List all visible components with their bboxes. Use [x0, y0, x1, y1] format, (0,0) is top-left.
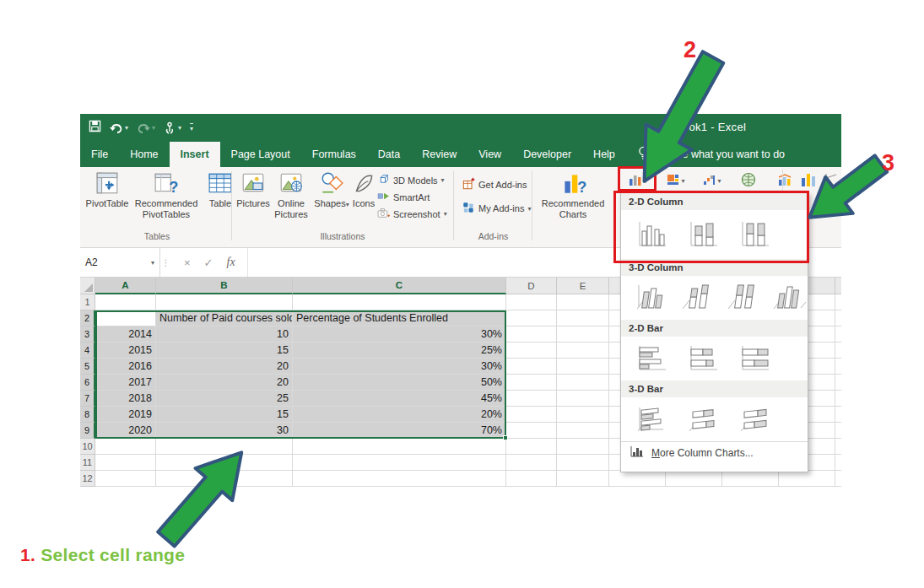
tab-data[interactable]: Data	[367, 142, 411, 167]
cell[interactable]	[506, 439, 557, 455]
cell-c7[interactable]: 45%	[293, 391, 506, 407]
cell-c5[interactable]: 30%	[293, 359, 506, 375]
3d-clustered-column-icon[interactable]	[633, 281, 670, 315]
icons-button[interactable]: Icons	[349, 170, 379, 209]
cell-c6[interactable]: 50%	[293, 375, 506, 391]
tab-view[interactable]: View	[467, 142, 512, 167]
name-box-dropdown-icon[interactable]: ▾	[151, 259, 154, 267]
recommended-pivottables-button[interactable]: ? Recommended PivotTables	[127, 170, 205, 219]
more-column-charts-item[interactable]: More Column Charts...	[621, 441, 808, 463]
active-cell-a2[interactable]	[95, 310, 156, 326]
table-button[interactable]: Table	[203, 170, 237, 209]
3d-stacked-bar-icon[interactable]	[684, 402, 721, 436]
cell-a7[interactable]: 2018	[95, 391, 156, 407]
cell-b7[interactable]: 25	[156, 391, 293, 407]
cell-b2[interactable]: Number of Paid courses sold	[156, 310, 293, 326]
cell[interactable]	[557, 375, 609, 391]
cell-a9[interactable]: 2020	[95, 423, 156, 439]
screenshot-button[interactable]: Screenshot▾	[377, 207, 447, 221]
cell[interactable]	[557, 326, 609, 343]
cell[interactable]	[293, 294, 506, 310]
row-header-3[interactable]: 3	[80, 326, 95, 343]
100-percent-stacked-column-icon[interactable]	[736, 218, 773, 251]
3d-100-percent-stacked-bar-icon[interactable]	[736, 402, 773, 436]
cell-a3[interactable]: 2014	[95, 326, 156, 343]
insert-waterfall-chart-button[interactable]: ▾	[695, 170, 729, 192]
3d-models-button[interactable]: 3D Models▾	[377, 173, 445, 187]
tab-page-layout[interactable]: Page Layout	[220, 142, 301, 167]
row-header-12[interactable]: 12	[80, 471, 95, 487]
cell[interactable]	[557, 471, 609, 487]
tab-help[interactable]: Help	[582, 142, 626, 167]
smartart-button[interactable]: SmartArt	[377, 190, 430, 204]
my-addins-button[interactable]: My Add-ins▾	[462, 201, 531, 216]
customize-quick-access-icon[interactable]: ▾	[190, 123, 193, 132]
tab-developer[interactable]: Developer	[512, 142, 582, 167]
cell[interactable]	[557, 391, 609, 407]
cell[interactable]	[506, 407, 557, 423]
cell-c9[interactable]: 70%	[293, 423, 506, 439]
cell-b9[interactable]: 30	[156, 423, 293, 439]
3d-100-percent-stacked-column-icon[interactable]	[724, 281, 761, 315]
save-icon[interactable]	[89, 120, 101, 136]
cell[interactable]	[506, 294, 557, 310]
pivottable-button[interactable]: PivotTable	[85, 170, 129, 209]
row-header-6[interactable]: 6	[80, 375, 95, 391]
cells-hidden[interactable]	[609, 471, 841, 487]
cell[interactable]	[293, 455, 506, 471]
cell[interactable]	[156, 471, 293, 487]
row-header-9[interactable]: 9	[80, 423, 95, 439]
cell[interactable]	[557, 294, 609, 310]
cell[interactable]	[557, 455, 609, 471]
cell-c4[interactable]: 25%	[293, 343, 506, 359]
cell[interactable]	[506, 343, 557, 359]
cell[interactable]	[95, 471, 156, 487]
cell[interactable]	[506, 310, 557, 326]
pictures-button[interactable]: Pictures	[235, 170, 271, 209]
cell[interactable]	[506, 471, 557, 487]
clustered-bar-icon[interactable]	[633, 342, 670, 375]
tab-formulas[interactable]: Formulas	[301, 142, 367, 167]
row-header-8[interactable]: 8	[80, 407, 95, 423]
cell-b3[interactable]: 10	[156, 326, 293, 343]
cell[interactable]	[557, 359, 609, 375]
cell[interactable]	[506, 375, 557, 391]
3d-clustered-bar-icon[interactable]	[633, 402, 670, 436]
cell[interactable]	[95, 294, 156, 310]
tab-insert[interactable]: Insert	[170, 142, 220, 167]
insert-column-chart-button[interactable]: ▾	[621, 170, 655, 192]
cell-c2[interactable]: Percentage of Students Enrolled	[293, 310, 506, 326]
row-header-1[interactable]: 1	[80, 294, 95, 310]
3d-stacked-column-icon[interactable]	[678, 281, 716, 315]
cell[interactable]	[156, 294, 293, 310]
cell-a5[interactable]: 2016	[95, 359, 156, 375]
cell-b6[interactable]: 20	[156, 375, 293, 391]
get-addins-button[interactable]: Get Add-ins	[462, 177, 527, 192]
cell[interactable]	[506, 423, 557, 439]
cell-b4[interactable]: 15	[156, 343, 293, 359]
row-header-2[interactable]: 2	[80, 310, 95, 326]
cell-c8[interactable]: 20%	[293, 407, 506, 423]
row-header-11[interactable]: 11	[80, 455, 95, 471]
cell[interactable]	[557, 407, 609, 423]
cell[interactable]	[293, 439, 506, 455]
cell-a6[interactable]: 2017	[95, 375, 156, 391]
tell-me-box[interactable]: Tell me what you want to do	[626, 142, 785, 167]
row-header-7[interactable]: 7	[80, 391, 95, 407]
cell-a4[interactable]: 2015	[95, 343, 156, 359]
insert-hierarchy-chart-button[interactable]: ▾	[659, 170, 693, 192]
cell[interactable]	[293, 471, 506, 487]
cell-b8[interactable]: 15	[156, 407, 293, 423]
recommended-charts-button[interactable]: ? Recommended Charts	[539, 170, 607, 219]
column-header-c[interactable]: C	[293, 278, 506, 294]
tab-file[interactable]: File	[80, 142, 119, 167]
maps-button[interactable]	[732, 170, 765, 192]
tab-home[interactable]: Home	[119, 142, 169, 167]
cell[interactable]	[156, 439, 293, 455]
row-header-5[interactable]: 5	[80, 359, 95, 375]
clustered-column-icon[interactable]	[633, 218, 670, 251]
cell[interactable]	[95, 439, 156, 455]
100-percent-stacked-bar-icon[interactable]	[736, 342, 773, 375]
cell[interactable]	[506, 455, 557, 471]
cell[interactable]	[506, 359, 557, 375]
